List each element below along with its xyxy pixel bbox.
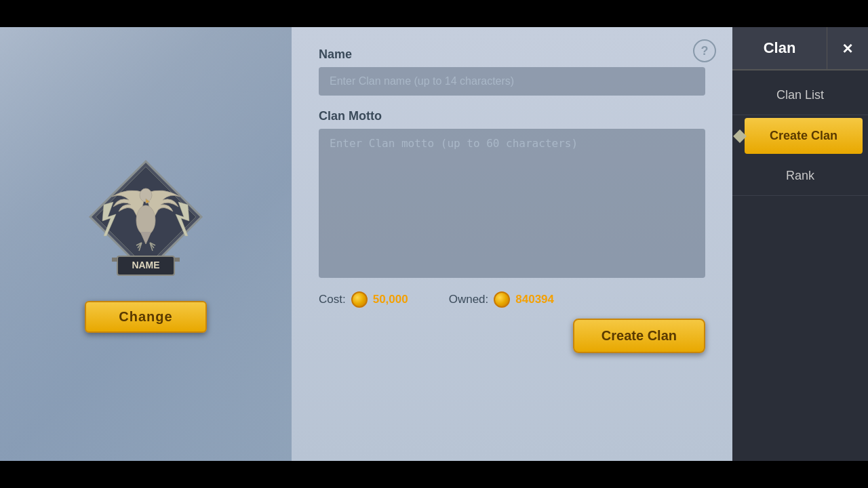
owned-label: Owned: [449,293,489,306]
black-bar-bottom [0,461,868,488]
sidebar-header: Clan × [732,27,868,70]
screen: NAME Change ? Name Clan Motto Cost: [0,0,868,488]
form-section: Name Clan Motto Cost: 50,000 Owned: 8403… [319,47,705,353]
owned-item: Owned: 840394 [449,291,554,308]
cost-row: Cost: 50,000 Owned: 840394 [319,291,705,308]
motto-textarea[interactable] [319,129,705,278]
help-icon[interactable]: ? [693,39,716,62]
black-bar-top [0,0,868,27]
cost-value: 50,000 [373,293,408,306]
create-clan-bottom: Create Clan [319,319,705,353]
coin-icon-owned [494,291,510,308]
svg-point-4 [136,205,155,235]
game-area: NAME Change ? Name Clan Motto Cost: [0,27,868,461]
right-sidebar: Clan × Clan List Create Clan Rank [732,27,868,461]
cost-label: Cost: [319,293,346,306]
sidebar-active-row: Create Clan [732,118,868,154]
cost-item: Cost: 50,000 [319,291,408,308]
close-button[interactable]: × [827,28,868,68]
create-clan-button-bottom[interactable]: Create Clan [573,319,705,353]
svg-rect-8 [174,258,180,262]
sidebar-menu: Clan List Create Clan Rank [732,70,868,201]
name-input[interactable] [319,67,705,96]
emblem-name-text: NAME [132,260,159,270]
main-content: ? Name Clan Motto Cost: 50,000 Owned: [292,27,732,461]
name-label: Name [319,47,705,62]
svg-rect-7 [112,258,117,262]
motto-label: Clan Motto [319,109,705,123]
emblem-svg: NAME [85,156,207,285]
sidebar-item-create-clan[interactable]: Create Clan [745,118,863,154]
change-button[interactable]: Change [85,301,206,333]
sidebar-item-clan-list[interactable]: Clan List [732,76,868,115]
clan-emblem: NAME [85,156,207,285]
owned-value: 840394 [515,293,554,306]
sidebar-item-rank[interactable]: Rank [732,157,868,196]
clan-tab[interactable]: Clan [732,27,827,69]
coin-icon-cost [351,291,368,308]
emblem-container: NAME Change [85,156,207,333]
left-panel: NAME Change [0,27,292,461]
